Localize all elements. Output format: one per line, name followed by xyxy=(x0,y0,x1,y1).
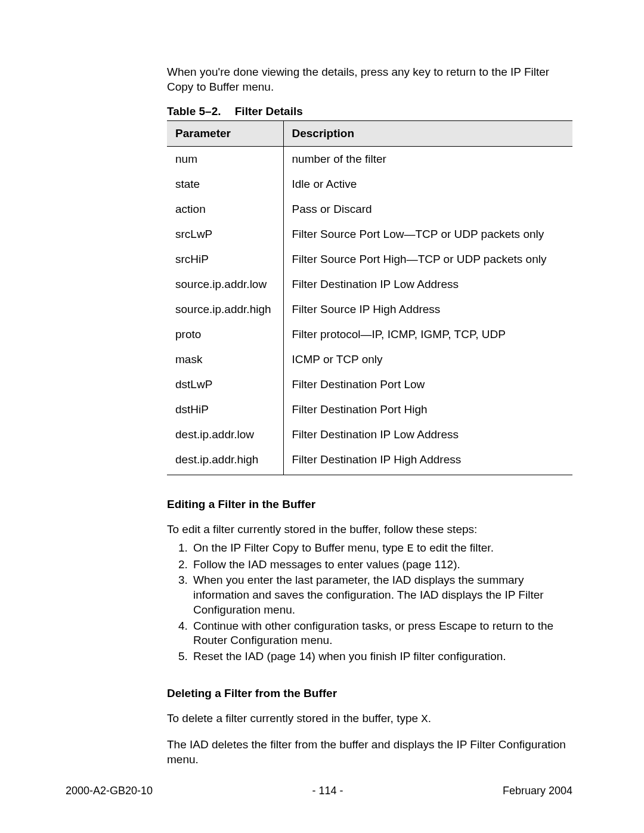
list-item: Continue with other configuration tasks,… xyxy=(191,619,572,648)
parameter-cell: dest.ip.addr.low xyxy=(167,422,283,447)
table-caption-number: Table 5–2. xyxy=(167,105,221,117)
description-cell: ICMP or TCP only xyxy=(283,347,572,372)
delete-lead-pre: To delete a filter currently stored in t… xyxy=(167,712,421,724)
step-text: Reset the IAD (page 14) when you finish … xyxy=(193,650,506,662)
list-item: On the IP Filter Copy to Buffer menu, ty… xyxy=(191,541,572,556)
table-header-description: Description xyxy=(283,121,572,147)
step-text-post: to edit the filter. xyxy=(414,541,494,554)
table-row: srcLwPFilter Source Port Low—TCP or UDP … xyxy=(167,222,572,247)
parameter-cell: dest.ip.addr.high xyxy=(167,447,283,475)
edit-lead-text: To edit a filter currently stored in the… xyxy=(167,522,572,537)
delete-lead-post: . xyxy=(428,712,431,724)
footer-doc-id: 2000-A2-GB20-10 xyxy=(66,785,153,797)
description-cell: Filter Destination Port Low xyxy=(283,372,572,397)
footer-date: February 2004 xyxy=(503,785,572,797)
table-row: source.ip.addr.highFilter Source IP High… xyxy=(167,297,572,322)
edit-steps-list: On the IP Filter Copy to Buffer menu, ty… xyxy=(167,541,572,664)
document-page: When you're done viewing the details, pr… xyxy=(0,0,644,833)
heading-deleting-filter: Deleting a Filter from the Buffer xyxy=(167,687,572,700)
parameter-cell: proto xyxy=(167,322,283,347)
step-code: E xyxy=(407,542,413,555)
step-text: On the IP Filter Copy to Buffer menu, ty… xyxy=(193,541,407,554)
table-row: stateIdle or Active xyxy=(167,172,572,197)
parameter-cell: dstHiP xyxy=(167,397,283,422)
parameter-cell: srcLwP xyxy=(167,222,283,247)
table-row: dest.ip.addr.highFilter Destination IP H… xyxy=(167,447,572,475)
table-row: dest.ip.addr.lowFilter Destination IP Lo… xyxy=(167,422,572,447)
description-cell: Filter Destination IP Low Address xyxy=(283,272,572,297)
parameter-cell: state xyxy=(167,172,283,197)
table-header-row: Parameter Description xyxy=(167,121,572,147)
footer-page-number: - 114 - xyxy=(312,785,343,797)
description-cell: Filter Destination Port High xyxy=(283,397,572,422)
table-row: source.ip.addr.lowFilter Destination IP … xyxy=(167,272,572,297)
list-item: Follow the IAD messages to enter values … xyxy=(191,558,572,572)
step-text: Follow the IAD messages to enter values … xyxy=(193,558,460,571)
list-item: Reset the IAD (page 14) when you finish … xyxy=(191,649,572,664)
description-cell: Filter Destination IP High Address xyxy=(283,447,572,475)
heading-editing-filter: Editing a Filter in the Buffer xyxy=(167,498,572,511)
delete-lead-code: X xyxy=(421,713,428,726)
table-caption: Table 5–2. Filter Details xyxy=(167,105,572,118)
parameter-cell: num xyxy=(167,147,283,172)
table-row: dstHiPFilter Destination Port High xyxy=(167,397,572,422)
parameter-cell: mask xyxy=(167,347,283,372)
parameter-cell: source.ip.addr.high xyxy=(167,297,283,322)
table-row: srcHiPFilter Source Port High—TCP or UDP… xyxy=(167,247,572,272)
table-caption-title: Filter Details xyxy=(235,105,303,117)
description-cell: Filter Source Port High—TCP or UDP packe… xyxy=(283,247,572,272)
description-cell: Pass or Discard xyxy=(283,197,572,222)
list-item: When you enter the last parameter, the I… xyxy=(191,573,572,617)
table-row: numnumber of the filter xyxy=(167,147,572,172)
filter-details-table: Parameter Description numnumber of the f… xyxy=(167,120,572,475)
step-text: Continue with other configuration tasks,… xyxy=(193,620,553,647)
step-text: When you enter the last parameter, the I… xyxy=(193,574,544,615)
intro-paragraph: When you're done viewing the details, pr… xyxy=(167,65,572,94)
table-row: actionPass or Discard xyxy=(167,197,572,222)
description-cell: Filter Source IP High Address xyxy=(283,297,572,322)
parameter-cell: action xyxy=(167,197,283,222)
delete-lead-text: To delete a filter currently stored in t… xyxy=(167,711,572,727)
description-cell: Filter protocol—IP, ICMP, IGMP, TCP, UDP xyxy=(283,322,572,347)
page-footer: 2000-A2-GB20-10 - 114 - February 2004 xyxy=(66,785,572,797)
description-cell: number of the filter xyxy=(283,147,572,172)
table-row: maskICMP or TCP only xyxy=(167,347,572,372)
description-cell: Filter Destination IP Low Address xyxy=(283,422,572,447)
parameter-cell: srcHiP xyxy=(167,247,283,272)
table-header-parameter: Parameter xyxy=(167,121,283,147)
parameter-cell: source.ip.addr.low xyxy=(167,272,283,297)
description-cell: Filter Source Port Low—TCP or UDP packet… xyxy=(283,222,572,247)
parameter-cell: dstLwP xyxy=(167,372,283,397)
table-row: protoFilter protocol—IP, ICMP, IGMP, TCP… xyxy=(167,322,572,347)
delete-body-text: The IAD deletes the filter from the buff… xyxy=(167,738,572,767)
description-cell: Idle or Active xyxy=(283,172,572,197)
table-row: dstLwPFilter Destination Port Low xyxy=(167,372,572,397)
